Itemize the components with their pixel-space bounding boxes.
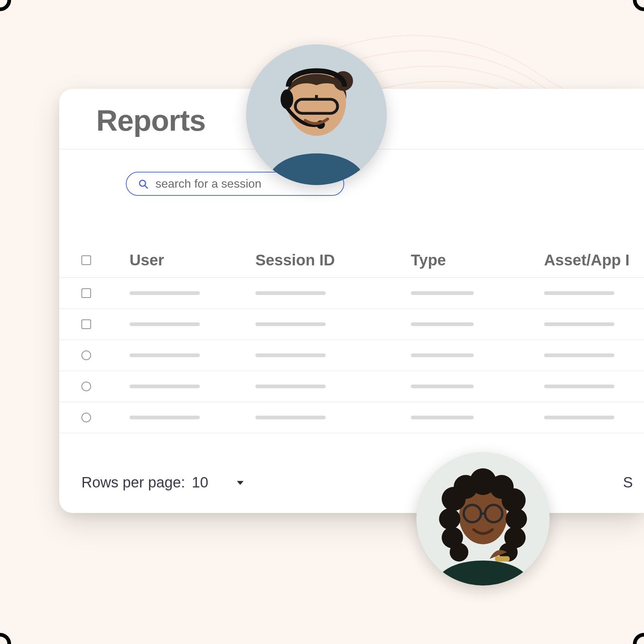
corner-decoration <box>633 0 644 11</box>
cell-placeholder <box>130 291 200 295</box>
cell-placeholder <box>130 385 200 388</box>
corner-decoration <box>633 633 644 644</box>
row-radio[interactable] <box>81 350 91 360</box>
cell-placeholder <box>411 385 474 388</box>
svg-point-16 <box>506 508 527 530</box>
table-row[interactable] <box>59 278 644 309</box>
cell-placeholder <box>544 416 614 419</box>
pager-row: Rows per page: 10 S <box>59 433 644 491</box>
cell-placeholder <box>544 353 614 357</box>
cell-placeholder <box>411 291 474 295</box>
column-header-session[interactable]: Session ID <box>255 251 411 269</box>
cell-placeholder <box>255 291 326 295</box>
table-row[interactable] <box>59 371 644 402</box>
cell-placeholder <box>255 416 326 419</box>
column-header-type[interactable]: Type <box>411 251 544 269</box>
cell-placeholder <box>255 385 326 388</box>
row-checkbox[interactable] <box>81 319 91 329</box>
rows-per-page[interactable]: Rows per page: 10 <box>81 474 247 491</box>
cell-placeholder <box>544 385 614 388</box>
cell-placeholder <box>255 322 326 326</box>
select-all-checkbox[interactable] <box>81 255 91 265</box>
svg-line-1 <box>145 185 147 188</box>
cell-placeholder <box>255 353 326 357</box>
avatar-support-agent <box>246 44 387 185</box>
cell-placeholder <box>544 322 614 326</box>
table-header-row: User Session ID Type Asset/App I <box>59 251 644 278</box>
cell-placeholder <box>130 353 200 357</box>
row-radio[interactable] <box>81 382 91 391</box>
svg-point-20 <box>450 543 468 561</box>
corner-decoration <box>0 0 11 11</box>
column-header-user[interactable]: User <box>130 251 255 269</box>
avatar-user <box>416 452 550 586</box>
reports-table: User Session ID Type Asset/App I <box>59 251 644 433</box>
cell-placeholder <box>544 291 614 295</box>
search-icon <box>138 178 149 189</box>
pager-right-hint: S <box>623 474 633 491</box>
row-radio[interactable] <box>81 413 91 422</box>
cell-placeholder <box>411 353 474 357</box>
svg-rect-25 <box>495 556 510 561</box>
svg-point-17 <box>439 508 460 530</box>
row-checkbox[interactable] <box>81 288 91 298</box>
cell-placeholder <box>411 322 474 326</box>
table-row[interactable] <box>59 340 644 371</box>
rows-per-page-value: 10 <box>192 474 208 491</box>
corner-decoration <box>0 633 11 644</box>
rows-per-page-label: Rows per page: <box>81 474 185 491</box>
cell-placeholder <box>411 416 474 419</box>
table-row[interactable] <box>59 309 644 340</box>
chevron-down-icon <box>234 476 247 489</box>
table-row[interactable] <box>59 402 644 433</box>
cell-placeholder <box>130 322 200 326</box>
column-header-asset[interactable]: Asset/App I <box>544 251 644 269</box>
svg-point-7 <box>281 90 293 109</box>
cell-placeholder <box>130 416 200 419</box>
